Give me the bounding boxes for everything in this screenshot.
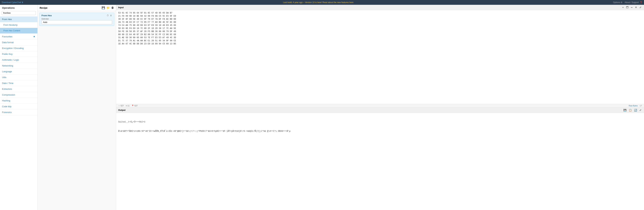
download-link[interactable]: Download CyberChef ⬇: [2, 1, 24, 4]
delimiter-input[interactable]: [42, 20, 112, 24]
sidebar-item-arithmetic-logic[interactable]: Arithmetic / Logic: [0, 57, 38, 63]
main-layout: Operations From Hex From Hexdump From He…: [0, 5, 644, 210]
recipe-title: Recipe: [40, 7, 48, 9]
position-icon: 📍: [132, 105, 134, 107]
input-bytes-stat: ↔ 527: [118, 105, 124, 107]
star-icon: ★: [33, 35, 35, 38]
lines-icon: ≡: [126, 105, 127, 107]
output-line1: Salted__t•Ó¿•Ô•••%h2•ô: [118, 121, 642, 124]
save-recipe-button[interactable]: 💾: [102, 6, 105, 10]
output-header-actions: 💾 📋 🔄 ⤢: [623, 109, 642, 112]
sidebar-item-forensics[interactable]: Forensics: [0, 110, 38, 115]
lf-indicator: LF: [640, 105, 642, 107]
help-icon: ❓: [640, 1, 642, 4]
output-content: Salted__t•Ó¿•Ô•••%h2•ô Ä\â•â0?•^ÀHI•v×z8…: [116, 113, 644, 210]
split-input-button[interactable]: ▪▪: [630, 6, 633, 9]
copy-output-button[interactable]: 📋: [628, 109, 632, 112]
download-icon: ⬇: [22, 1, 24, 4]
op-header: From Hex ⏱ ⏸: [42, 14, 112, 17]
sidebar-item-public-key[interactable]: Public Key: [0, 51, 38, 57]
close-input-button[interactable]: ✕: [634, 6, 638, 9]
sidebar-item-language[interactable]: Language: [0, 69, 38, 74]
input-header-actions: + 🗖 ▪▪ ✕ ⤢: [622, 6, 642, 9]
sidebar-item-from-hexdump[interactable]: From Hexdump: [0, 22, 38, 28]
right-links: Options ⚙ About / Support ❓: [613, 1, 642, 4]
sidebar-item-favourites[interactable]: Favourites ★: [0, 34, 38, 40]
maximize-input-button[interactable]: ⤢: [639, 6, 642, 9]
input-header: Input + 🗖 ▪▪ ✕ ⤢: [116, 5, 644, 10]
sidebar-item-code-tidy[interactable]: Code tidy: [0, 104, 38, 110]
output-header: Output 💾 📋 🔄 ⤢: [116, 108, 644, 113]
search-input[interactable]: [2, 11, 36, 15]
maximize-output-button[interactable]: ⤢: [639, 109, 642, 112]
recipe-panel: Recipe 💾 📁 🗑 From Hex ⏱ ⏸ Delimiter: [38, 5, 116, 210]
sidebar-item-networking[interactable]: Networking: [0, 63, 38, 69]
io-panel: Input + 🗖 ▪▪ ✕ ⤢ 53 61 6C 74 65 64 5F 81…: [116, 5, 644, 210]
input-textarea[interactable]: 53 61 6C 74 65 64 5F 81 8C 57 4D 85 65 D…: [116, 10, 644, 104]
bytes-value: 527: [120, 105, 124, 107]
raw-bytes-button[interactable]: Raw Bytes: [629, 105, 638, 107]
input-status-bar: ↔ 527 ≡ 11 📍 527 Raw Bytes LF: [116, 104, 644, 108]
search-box: [0, 10, 38, 17]
op-pause-button[interactable]: ⏸: [110, 14, 112, 17]
sidebar-item-data-format[interactable]: Data format: [0, 40, 38, 45]
sidebar-item-date-time[interactable]: Date / Time: [0, 80, 38, 86]
center-message[interactable]: Last build: A year ago – Version 10 is h…: [283, 1, 354, 4]
sidebar-item-compression[interactable]: Compression: [0, 92, 38, 98]
download-text: Download CyberChef: [2, 1, 21, 4]
gear-icon: ⚙: [620, 1, 622, 4]
sidebar: Operations From Hex From Hexdump From He…: [0, 5, 38, 210]
op-title: From Hex: [42, 14, 52, 17]
restore-output-button[interactable]: 🔄: [634, 109, 638, 112]
add-input-button[interactable]: +: [622, 6, 624, 9]
recipe-op-card: From Hex ⏱ ⏸ Delimiter: [39, 13, 114, 26]
sidebar-item-from-hex[interactable]: From Hex: [0, 17, 38, 22]
output-title: Output: [118, 109, 126, 111]
options-label: Options: [613, 1, 620, 4]
op-controls: ⏱ ⏸: [106, 14, 112, 17]
options-link[interactable]: Options ⚙: [613, 1, 623, 4]
topbar: Download CyberChef ⬇ Last build: A year …: [0, 0, 644, 5]
bytes-icon: ↔: [118, 105, 120, 107]
operations-header: Operations: [0, 5, 38, 10]
sidebar-item-utils[interactable]: Utils: [0, 74, 38, 80]
recipe-actions: 💾 📁 🗑: [102, 6, 114, 10]
load-recipe-button[interactable]: 📁: [106, 6, 110, 10]
input-title: Input: [118, 6, 124, 9]
minimize-input-button[interactable]: 🗖: [626, 6, 629, 9]
clear-recipe-button[interactable]: 🗑: [111, 6, 114, 10]
about-label: About / Support: [624, 1, 639, 4]
op-delimiter-field: Delimiter: [42, 18, 112, 24]
lines-value: 11: [128, 105, 130, 107]
sidebar-item-extractors[interactable]: Extractors: [0, 86, 38, 92]
op-disable-button[interactable]: ⏱: [106, 14, 109, 17]
sidebar-item-encryption-encoding[interactable]: Encryption / Encoding: [0, 45, 38, 51]
save-output-button[interactable]: 💾: [623, 109, 627, 112]
input-lines-stat: ≡ 11: [126, 105, 130, 107]
output-line2: Ä\â•â0?•^ÀHI•v×z8ô-¾Y*sK°IC•+wÔÔN_XÝtÄ¯u…: [118, 130, 642, 133]
input-section: Input + 🗖 ▪▪ ✕ ⤢ 53 61 6C 74 65 64 5F 81…: [116, 5, 644, 108]
input-position-stat: 📍 527: [132, 105, 138, 107]
delimiter-label: Delimiter: [42, 18, 112, 20]
recipe-header: Recipe 💾 📁 🗑: [38, 5, 116, 11]
sidebar-item-from-hex-content[interactable]: From Hex Content: [0, 28, 38, 34]
about-link[interactable]: About / Support ❓: [624, 1, 642, 4]
sidebar-item-hashing[interactable]: Hashing: [0, 98, 38, 104]
position-value: 527: [134, 105, 138, 107]
output-section: Output 💾 📋 🔄 ⤢ Salted__t•Ó¿•Ô•••%h2•ô Ä\…: [116, 108, 644, 210]
